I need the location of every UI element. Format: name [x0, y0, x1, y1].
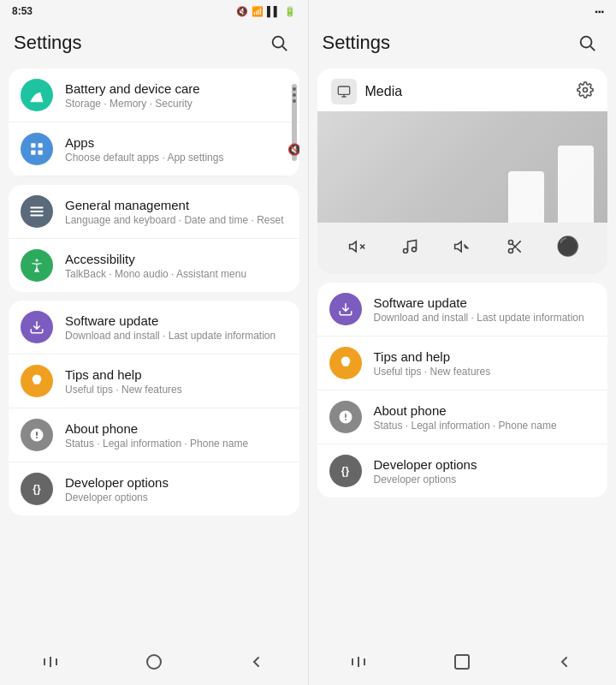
settings-scroll-right[interactable]: Media	[309, 68, 617, 642]
svg-point-17	[583, 87, 588, 92]
media-header: Media	[317, 68, 608, 111]
battery-right: ▪▪▪	[595, 7, 604, 16]
svg-line-13	[590, 46, 595, 51]
scrollbar-dot	[293, 87, 296, 91]
settings-item-developer-left[interactable]: {} Developer options Developer options	[9, 462, 299, 515]
battery-icon: 🔋	[284, 6, 296, 17]
software-title-left: Software update	[65, 313, 287, 328]
svg-rect-14	[338, 86, 349, 94]
battery-icon-circle	[21, 79, 53, 111]
status-bar-right: 8:53 ▪▪▪	[309, 0, 617, 21]
software-subtitle-right: Download and install · Last update infor…	[374, 312, 596, 324]
left-phone: 8:53 🔇 📶 ▌▌ 🔋 Settings	[0, 0, 309, 685]
svg-point-12	[581, 37, 592, 48]
settings-item-accessibility[interactable]: Accessibility TalkBack · Mono audio · As…	[9, 239, 299, 292]
status-icons-right: ▪▪▪	[595, 7, 604, 16]
tips-icon-left	[21, 365, 53, 397]
svg-rect-4	[31, 151, 35, 155]
settings-item-battery[interactable]: Battery and device care Storage · Memory…	[9, 68, 299, 122]
settings-item-about-right[interactable]: About phone Status · Legal information ·…	[317, 390, 608, 444]
settings-item-software-right[interactable]: Software update Download and install · L…	[317, 283, 608, 337]
media-gear-button[interactable]	[577, 81, 594, 103]
about-subtitle-right: Status · Legal information · Phone name	[374, 420, 596, 432]
apps-icon-circle	[21, 133, 53, 165]
nav-back-left[interactable]	[241, 651, 272, 673]
nav-bar-right	[309, 642, 617, 685]
top-bar-left: Settings	[0, 21, 308, 68]
top-bar-right: Settings	[309, 21, 617, 68]
software-icon-right	[329, 293, 362, 325]
card-general-accessibility: General management Language and keyboard…	[9, 185, 299, 292]
accessibility-icon-circle	[21, 249, 53, 282]
about-icon-left	[21, 419, 53, 451]
settings-scroll-left[interactable]: Battery and device care Storage · Memory…	[0, 68, 308, 642]
svg-point-6	[36, 259, 38, 262]
tips-subtitle-right: Useful tips · New features	[374, 366, 596, 378]
accessibility-title: Accessibility	[65, 252, 287, 266]
settings-item-developer-right[interactable]: {} Developer options Developer options	[317, 444, 608, 497]
nav-home-right[interactable]	[447, 651, 477, 673]
general-title: General management	[65, 198, 287, 212]
about-title-right: About phone	[374, 403, 596, 418]
settings-item-tips-left[interactable]: Tips and help Useful tips · New features	[9, 354, 299, 408]
nav-back-right[interactable]	[549, 651, 580, 673]
status-icons-left: 🔇 📶 ▌▌ 🔋	[236, 6, 296, 17]
developer-title-left: Developer options	[65, 475, 287, 490]
svg-point-22	[412, 247, 416, 252]
developer-icon-left: {}	[21, 473, 53, 505]
media-ctrl-black-circle[interactable]: ⚫	[552, 231, 583, 262]
card-misc-right: Software update Download and install · L…	[317, 283, 608, 497]
scrollbar-dot	[293, 93, 296, 97]
svg-rect-5	[38, 151, 43, 155]
nav-recents-left[interactable]	[36, 651, 67, 673]
svg-point-26	[508, 249, 512, 253]
page-title-right: Settings	[323, 32, 391, 54]
developer-subtitle-right: Developer options	[374, 474, 596, 485]
settings-item-apps[interactable]: Apps Choose default apps · App settings	[9, 122, 299, 176]
scrollbar-dot	[293, 99, 296, 103]
page-title-left: Settings	[14, 32, 82, 54]
media-card: Media	[317, 68, 608, 274]
tips-title-left: Tips and help	[65, 367, 287, 382]
software-subtitle-left: Download and install · Last update infor…	[65, 330, 287, 342]
svg-line-1	[282, 46, 287, 51]
tips-title-right: Tips and help	[374, 349, 596, 364]
media-visual	[317, 111, 608, 223]
search-button-left[interactable]	[264, 27, 294, 58]
tips-icon-right	[329, 347, 362, 379]
about-icon-right	[329, 401, 362, 433]
custom-scrollbar[interactable]: 🔇	[292, 84, 297, 161]
mute-scroll-icon: 🔇	[287, 143, 299, 156]
general-subtitle: Language and keyboard · Date and time · …	[65, 214, 287, 226]
media-ctrl-phone-mute[interactable]	[447, 231, 477, 262]
media-ctrl-mute[interactable]	[341, 231, 372, 262]
media-ctrl-cut[interactable]	[500, 231, 530, 262]
status-bar-left: 8:53 🔇 📶 ▌▌ 🔋	[0, 0, 308, 21]
svg-rect-3	[38, 143, 43, 147]
vol-bar-1	[508, 171, 544, 223]
signal-icon: ▌▌	[267, 6, 281, 16]
right-phone: 8:53 ▪▪▪ Settings	[309, 0, 617, 685]
card-misc-left: Software update Download and install · L…	[9, 301, 299, 515]
nav-recents-right[interactable]	[344, 651, 375, 673]
battery-title: Battery and device care	[65, 81, 287, 96]
svg-rect-2	[31, 143, 35, 147]
nav-home-left[interactable]	[139, 651, 169, 673]
media-title: Media	[365, 84, 403, 99]
general-icon-circle	[21, 195, 53, 228]
developer-title-right: Developer options	[374, 457, 596, 472]
software-icon-left	[21, 311, 53, 343]
search-button-right[interactable]	[572, 27, 602, 58]
time-left: 8:53	[12, 5, 33, 17]
nav-bar-left	[0, 642, 308, 685]
settings-item-general[interactable]: General management Language and keyboard…	[9, 185, 299, 239]
settings-item-about-left[interactable]: About phone Status · Legal information ·…	[9, 408, 299, 462]
developer-subtitle-left: Developer options	[65, 491, 287, 503]
wifi-icon: 📶	[252, 6, 264, 17]
settings-item-tips-right[interactable]: Tips and help Useful tips · New features	[317, 337, 608, 390]
settings-item-software-left[interactable]: Software update Download and install · L…	[9, 301, 299, 354]
vol-bar-2	[558, 146, 594, 223]
accessibility-subtitle: TalkBack · Mono audio · Assistant menu	[65, 268, 287, 280]
about-title-left: About phone	[65, 421, 287, 436]
media-ctrl-music[interactable]	[394, 231, 425, 262]
